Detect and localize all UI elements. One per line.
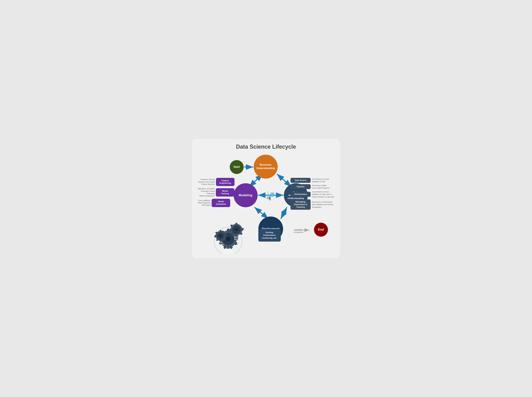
svg-text:Applications: Applications	[223, 252, 233, 254]
wrangling-label: Structured vs Unstructured Data Validati…	[312, 201, 333, 209]
svg-line-13	[281, 207, 287, 219]
svg-rect-57	[231, 225, 232, 227]
feature-engineering-label: Transform, Binning Temporal, Text, Image…	[198, 178, 215, 186]
customer-acceptance-label: Customer Acceptance	[293, 229, 304, 234]
svg-rect-32	[227, 246, 229, 249]
diagram-container: Data Science Lifecycle	[192, 139, 340, 258]
svg-point-58	[235, 228, 238, 231]
end-circle: End	[314, 223, 328, 237]
svg-point-22	[270, 192, 274, 194]
environment-box: Environment	[291, 192, 311, 197]
modeling-circle: Modeling	[234, 183, 257, 207]
svg-point-21	[270, 195, 274, 197]
wrangling-item: Wrangling, Exploration & Cleaning Struct…	[291, 199, 334, 210]
model-training-item: Algorithms, Ensemble Parameter Tuning Re…	[198, 188, 235, 197]
start-circle: Start	[230, 160, 244, 174]
svg-line-4	[277, 174, 291, 187]
svg-rect-36	[234, 242, 237, 245]
svg-rect-68	[224, 238, 226, 240]
model-evaluation-box: Model Evaluation	[212, 199, 230, 207]
left-section: Transform, Binning Temporal, Text, Image…	[198, 178, 235, 207]
svg-text:Intelligent: Intelligent	[224, 250, 232, 252]
data-source-item: Data Source On-Premises vs Cloud Databas…	[291, 178, 334, 183]
svg-line-28	[270, 199, 271, 200]
environment-label: On-premises vs Cloud Database vs Data La…	[312, 191, 334, 198]
environment-item: Environment On-premises vs Cloud Databas…	[291, 191, 334, 198]
svg-text:Services: Services	[217, 243, 224, 245]
pipeline-label: Streaming vs Batch Low vs High Frequency	[312, 184, 330, 189]
diagram-area: Start Business Understanding Transform, …	[198, 153, 334, 254]
feature-engineering-box: Feature Engineering	[216, 178, 235, 186]
svg-line-5	[277, 174, 291, 187]
scoring-box: Scoring, Performance monitoring, etc.	[258, 229, 281, 242]
svg-rect-53	[240, 233, 242, 235]
business-circle: Business Understanding	[254, 155, 278, 179]
gears-section: Intelligent Applications	[210, 221, 245, 252]
svg-rect-48	[235, 223, 237, 225]
svg-text:Web: Web	[219, 241, 222, 243]
svg-rect-55	[232, 234, 233, 236]
right-section: Data Source On-Premises vs Cloud Databas…	[291, 178, 334, 210]
wrangling-box: Wrangling, Exploration & Cleaning	[291, 199, 311, 210]
model-evaluation-label: Cross Validation Model Reporting A/B Tes…	[198, 199, 211, 206]
svg-point-73	[219, 235, 222, 237]
svg-rect-70	[216, 239, 218, 241]
pipeline-box: Pipeline	[291, 184, 311, 189]
svg-line-12	[281, 207, 287, 219]
center-icons	[264, 191, 275, 200]
customer-acceptance-group: Customer Acceptance	[293, 229, 304, 234]
model-training-box: Model Training	[216, 188, 234, 197]
data-source-label: On-Premises vs Cloud Database vs Files	[312, 178, 329, 183]
svg-rect-63	[220, 230, 221, 232]
model-evaluation-item: Cross Validation Model Reporting A/B Tes…	[198, 199, 235, 207]
page-title: Data Science Lifecycle	[198, 143, 334, 150]
svg-line-10	[255, 207, 268, 219]
svg-point-23	[269, 196, 270, 198]
svg-text:Model: Model	[234, 236, 239, 238]
svg-text:Store: Store	[234, 238, 238, 240]
svg-rect-72	[215, 232, 217, 233]
data-source-box: Data Source	[291, 178, 311, 183]
model-training-label: Algorithms, Ensemble Parameter Tuning Re…	[198, 188, 214, 197]
pipeline-item: Pipeline Streaming vs Batch Low vs High …	[291, 184, 334, 189]
feature-engineering-item: Transform, Binning Temporal, Text, Image…	[198, 178, 235, 186]
svg-line-11	[255, 207, 268, 219]
svg-point-43	[226, 237, 231, 241]
